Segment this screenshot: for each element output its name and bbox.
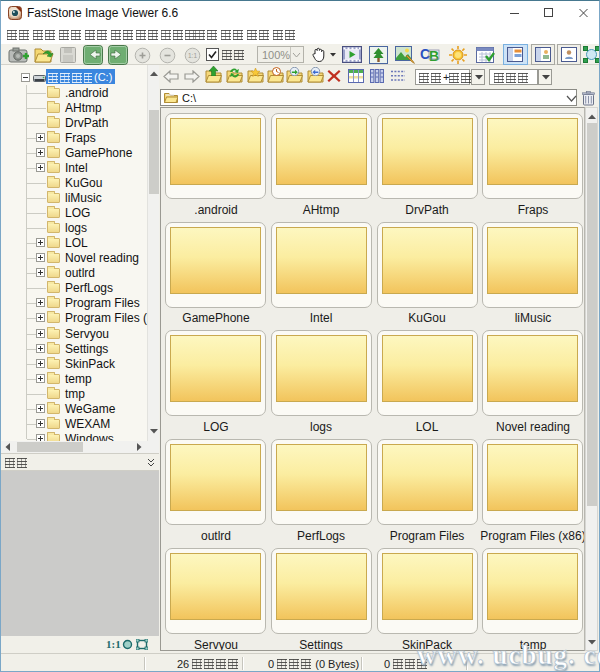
svg-text:1:1: 1:1 <box>188 52 197 59</box>
